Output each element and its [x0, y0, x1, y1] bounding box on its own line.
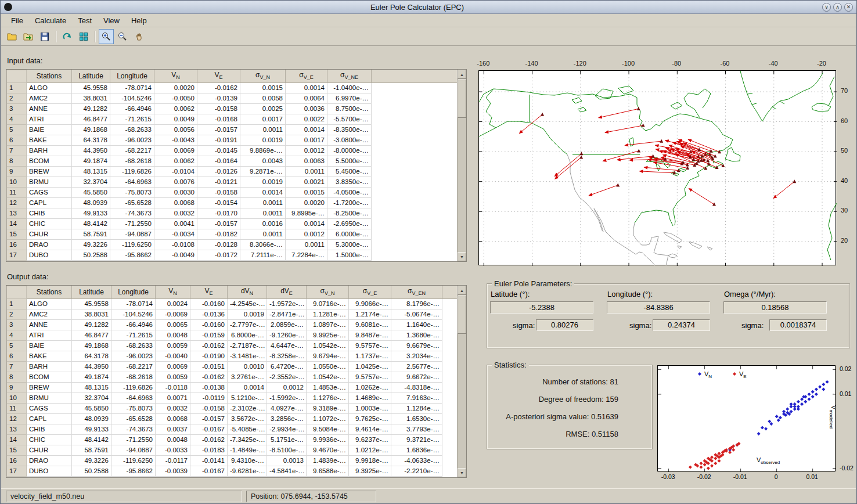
cell[interactable]: 1.1284e-…	[391, 404, 442, 414]
cell[interactable]: CHIC	[27, 219, 72, 229]
cell[interactable]: 9.7625e-…	[349, 414, 391, 424]
velocity-map[interactable]	[478, 70, 836, 265]
cell[interactable]: -8.3258e-…	[267, 351, 307, 362]
cell[interactable]: 9.4614e-…	[349, 424, 391, 435]
cell[interactable]: -0.0170	[197, 208, 240, 219]
cell[interactable]: 0.0064	[286, 93, 327, 104]
table-row[interactable]: 17DUBO50.2588-95.8662-0.0039-0.0167-9.62…	[7, 466, 458, 477]
table-row[interactable]: 4ATRI46.8477-71.26150.0048-0.01596.8000e…	[7, 330, 458, 341]
cell[interactable]: CAPL	[27, 198, 72, 208]
cell[interactable]: -7.3425e-…	[228, 435, 267, 445]
cell[interactable]: -0.0121	[197, 177, 240, 188]
cell[interactable]: 8.1796e-…	[391, 299, 442, 309]
cell[interactable]: ATRI	[27, 114, 72, 125]
cell[interactable]: 50.2588	[72, 466, 111, 477]
cell[interactable]: 9.6081e-…	[349, 320, 391, 330]
cell[interactable]: -0.0151	[190, 362, 228, 372]
cell[interactable]: 6.4720e-…	[267, 362, 307, 372]
cell[interactable]: -0.0039	[156, 466, 190, 477]
cell[interactable]: 45.9558	[72, 83, 110, 93]
cell[interactable]: 5.4500e-…	[327, 167, 372, 177]
cell[interactable]: 0.0025	[240, 104, 286, 114]
cell[interactable]: -95.8662	[111, 466, 156, 477]
cell[interactable]: 6.9970e-…	[327, 93, 372, 104]
cell[interactable]: 9.9918e-…	[349, 456, 391, 466]
table-row[interactable]: 13CHIB49.9133-74.36730.0032-0.01700.0011…	[7, 208, 458, 219]
cell[interactable]: -0.0136	[190, 309, 228, 320]
cell[interactable]: 9.8487e-…	[349, 330, 391, 341]
tile-view-button[interactable]	[76, 29, 91, 44]
cell[interactable]: -4.5841e-…	[267, 466, 307, 477]
menu-calculate[interactable]: Calculate	[30, 15, 71, 26]
table-row[interactable]: 15CHUR58.7591-94.0887-0.0033-0.0183-1.48…	[7, 445, 458, 456]
table-row[interactable]: 6BAKE64.3178-96.0023-0.0040-0.0190-3.148…	[7, 351, 458, 362]
cell[interactable]: 0.0069	[156, 362, 190, 372]
cell[interactable]: -0.0034	[154, 229, 197, 240]
cell[interactable]: 0.0012	[286, 146, 327, 156]
cell[interactable]: ALGO	[27, 83, 72, 93]
menu-test[interactable]: Test	[73, 15, 97, 26]
cell[interactable]: -94.0887	[110, 229, 154, 240]
cell[interactable]: 9.4310e-…	[228, 456, 267, 466]
cell[interactable]: -0.0159	[190, 330, 228, 341]
cell[interactable]: 46.8477	[72, 330, 111, 341]
cell[interactable]: 3.5672e-…	[228, 414, 267, 424]
cell[interactable]: -0.0049	[154, 250, 197, 261]
cell[interactable]: 7.9163e-…	[391, 393, 442, 404]
cell[interactable]: 0.0017	[240, 114, 286, 125]
cell[interactable]: CHUR	[27, 445, 72, 456]
cell[interactable]: 64.3178	[72, 135, 110, 146]
cell[interactable]: BRMU	[27, 393, 72, 404]
cell[interactable]: 0.0020	[154, 83, 197, 93]
cell[interactable]: 0.0062	[154, 156, 197, 167]
cell[interactable]: 0.0015	[286, 188, 327, 198]
cell[interactable]: 58.7591	[72, 229, 110, 240]
cell[interactable]: 49.1874	[72, 372, 111, 383]
cell[interactable]: -104.5246	[111, 309, 156, 320]
cell[interactable]: 0.0019	[228, 309, 267, 320]
cell[interactable]: -0.0043	[154, 135, 197, 146]
minimize-button[interactable]: ∨	[822, 3, 831, 12]
cell[interactable]: -119.6250	[111, 456, 156, 466]
cell[interactable]: -71.2550	[111, 435, 156, 445]
cell[interactable]: -2.7187e-…	[228, 341, 267, 351]
table-row[interactable]: 11CAGS45.5850-75.80730.0030-0.01580.0014…	[7, 188, 458, 198]
cell[interactable]: 49.1868	[72, 341, 111, 351]
cell[interactable]: BAIE	[27, 341, 72, 351]
cell[interactable]: 9.6237e-…	[349, 435, 391, 445]
cell[interactable]: 0.0022	[286, 114, 327, 125]
cell[interactable]: 48.0939	[72, 414, 111, 424]
cell[interactable]: 9.5084e-…	[307, 424, 349, 435]
cell[interactable]: -8.2500e-…	[327, 208, 372, 219]
cell[interactable]: 9.8995e-…	[286, 208, 327, 219]
cell[interactable]: 6.8000e-…	[228, 330, 267, 341]
cell[interactable]: -3.1481e-…	[228, 351, 267, 362]
cell[interactable]: -71.2615	[110, 114, 154, 125]
table-row[interactable]: 8BCOM49.1874-68.26180.0062-0.01640.00430…	[7, 156, 458, 167]
cell[interactable]: 48.4142	[72, 435, 111, 445]
cell[interactable]: 44.3950	[72, 146, 110, 156]
table-row[interactable]: 1ALGO45.9558-78.07140.0024-0.0160-4.2545…	[7, 299, 458, 309]
cell[interactable]: -0.0033	[156, 445, 190, 456]
cell[interactable]: -75.8073	[110, 188, 154, 198]
cell[interactable]: -66.4946	[110, 104, 154, 114]
table-row[interactable]: 9BREW48.1315-119.6826-0.0104-0.01269.287…	[7, 167, 458, 177]
cell[interactable]: -68.2633	[110, 125, 154, 135]
cell[interactable]: 1.0212e-…	[349, 445, 391, 456]
scroll-up-icon[interactable]: ▲	[458, 70, 466, 79]
cell[interactable]: 0.0019	[240, 135, 286, 146]
cell[interactable]: 0.0030	[154, 188, 197, 198]
cell[interactable]: 0.0058	[240, 93, 286, 104]
cell[interactable]: -1.0400e-…	[327, 83, 372, 93]
cell[interactable]: -0.0126	[197, 167, 240, 177]
cell[interactable]: 0.0063	[286, 156, 327, 167]
cell[interactable]: 38.8031	[72, 309, 111, 320]
cell[interactable]: -5.5700e-…	[327, 114, 372, 125]
cell[interactable]: -0.0138	[190, 383, 228, 393]
open-file-button[interactable]	[5, 29, 20, 44]
cell[interactable]: 46.8477	[72, 114, 110, 125]
cell[interactable]: CHIB	[27, 424, 72, 435]
cell[interactable]: -68.2618	[111, 372, 156, 383]
cell[interactable]: ATRI	[27, 330, 72, 341]
table-row[interactable]: 3ANNE49.1282-66.49460.0065-0.0160-2.7797…	[7, 320, 458, 330]
